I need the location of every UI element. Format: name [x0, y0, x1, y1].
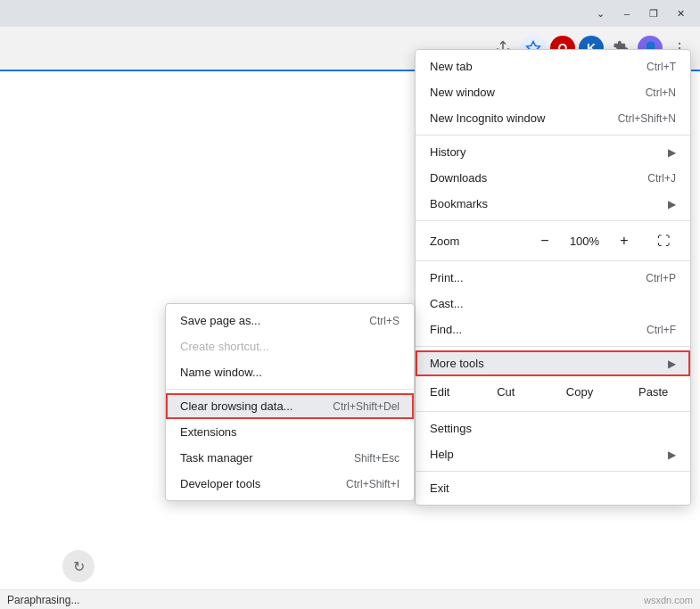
maximize-button[interactable]: ❐ — [641, 4, 666, 22]
submenu-item-clear-browsing[interactable]: Clear browsing data... Ctrl+Shift+Del — [166, 393, 414, 419]
submenu-item-task-manager[interactable]: Task manager Shift+Esc — [166, 445, 414, 471]
menu-item-settings[interactable]: Settings — [416, 416, 690, 441]
submenu-item-extensions[interactable]: Extensions — [166, 419, 414, 445]
title-bar: ⌄ – ❐ ✕ — [0, 0, 700, 27]
separator-3 — [416, 260, 690, 261]
menu-item-help[interactable]: Help ▶ — [416, 441, 690, 467]
submenu-item-name-window[interactable]: Name window... — [166, 359, 414, 385]
separator-2 — [416, 220, 690, 221]
separator-6 — [416, 471, 690, 472]
zoom-controls: − 100% + ⛶ — [532, 228, 676, 253]
zoom-out-button[interactable]: − — [532, 228, 557, 253]
zoom-in-button[interactable]: + — [612, 228, 637, 253]
status-bar: Paraphrasing... wsxdn.com — [0, 589, 700, 609]
minimize-button[interactable]: – — [614, 4, 639, 22]
submenu-item-create-shortcut[interactable]: Create shortcut... — [166, 333, 414, 359]
back-icon: ⌄ — [588, 4, 613, 22]
cut-button[interactable]: Cut — [469, 380, 543, 404]
menu-item-incognito[interactable]: New Incognito window Ctrl+Shift+N — [416, 105, 690, 131]
submenu-item-save-page[interactable]: Save page as... Ctrl+S — [166, 308, 414, 333]
menu-item-new-window[interactable]: New window Ctrl+N — [416, 79, 690, 105]
menu-item-bookmarks[interactable]: Bookmarks ▶ — [416, 191, 690, 217]
menu-item-find[interactable]: Find... Ctrl+F — [416, 317, 690, 342]
separator-4 — [416, 346, 690, 347]
separator-1 — [416, 135, 690, 136]
paraphrasing-text: Paraphrasing... — [7, 594, 79, 606]
menu-item-cast[interactable]: Cast... — [416, 291, 690, 317]
close-button[interactable]: ✕ — [668, 4, 693, 22]
separator-5 — [416, 411, 690, 412]
menu-item-more-tools[interactable]: More tools ▶ — [416, 350, 690, 376]
svg-point-2 — [679, 43, 680, 45]
fullscreen-button[interactable]: ⛶ — [651, 228, 676, 253]
menu-item-downloads[interactable]: Downloads Ctrl+J — [416, 165, 690, 191]
sub-menu-more-tools: Save page as... Ctrl+S Create shortcut..… — [165, 303, 415, 501]
main-menu: New tab Ctrl+T New window Ctrl+N New Inc… — [415, 49, 691, 506]
paraphrase-icon: ↻ — [62, 550, 95, 582]
sub-separator-1 — [166, 389, 414, 390]
edit-row: Edit Cut Copy Paste — [416, 376, 690, 407]
menu-item-print[interactable]: Print... Ctrl+P — [416, 265, 690, 291]
paste-button[interactable]: Paste — [616, 380, 690, 404]
zoom-row: Zoom − 100% + ⛶ — [416, 225, 690, 257]
copy-button[interactable]: Copy — [543, 380, 617, 404]
menu-item-new-tab[interactable]: New tab Ctrl+T — [416, 53, 690, 79]
menu-item-exit[interactable]: Exit — [416, 475, 690, 501]
wsxdn-text: wsxdn.com — [644, 595, 693, 605]
menu-item-history[interactable]: History ▶ — [416, 139, 690, 165]
submenu-item-developer-tools[interactable]: Developer tools Ctrl+Shift+I — [166, 471, 414, 497]
